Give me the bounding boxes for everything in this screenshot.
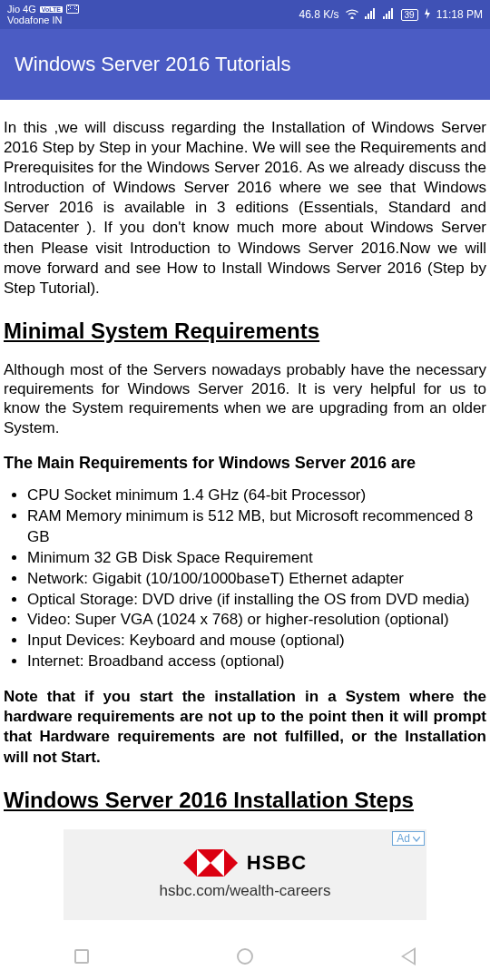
svg-rect-6 — [388, 11, 390, 19]
list-item: Network: Gigabit (10/100/1000baseT) Ethe… — [27, 569, 486, 590]
carrier-1: Jio 4G — [7, 5, 36, 15]
volte-badge: VoLTE — [40, 6, 63, 13]
list-item: Input Devices: Keyboard and mouse (optio… — [27, 631, 486, 652]
section-heading-requirements: Minimal System Requirements — [4, 318, 486, 344]
intro-paragraph: In this ,we will discuss regarding the I… — [4, 118, 486, 299]
requirements-description: Although most of the Servers nowadays pr… — [4, 360, 486, 437]
back-button[interactable] — [398, 946, 418, 966]
ad-brand: HSBC — [247, 851, 307, 875]
article-content[interactable]: In this ,we will discuss regarding the I… — [0, 100, 490, 933]
svg-rect-5 — [386, 14, 387, 19]
app-title: Windows Server 2016 Tutorials — [15, 53, 290, 76]
svg-rect-0 — [365, 16, 367, 19]
svg-marker-10 — [224, 849, 238, 877]
ad-label-text: Ad — [397, 832, 410, 845]
svg-rect-2 — [370, 11, 372, 19]
svg-rect-3 — [373, 8, 375, 19]
status-left: Jio 4G VoLTE Vodafone IN — [7, 5, 79, 25]
signal-2-icon — [383, 8, 396, 22]
navigation-bar — [0, 933, 490, 980]
list-item: Internet: Broadband access (optional) — [27, 652, 486, 672]
sub-heading-main-requirements: The Main Requirements for Windows Server… — [4, 454, 486, 473]
ad-brand-row: HSBC — [183, 849, 307, 877]
app-bar: Windows Server 2016 Tutorials — [0, 29, 490, 100]
mail-icon — [66, 5, 79, 14]
battery-icon: 39 — [401, 9, 418, 21]
svg-rect-1 — [368, 14, 369, 19]
svg-marker-9 — [183, 849, 197, 877]
ad-subtext: hsbc.com/wealth-careers — [160, 882, 331, 900]
ad-label[interactable]: Ad — [392, 831, 425, 846]
clock: 11:18 PM — [436, 8, 483, 21]
status-bar: Jio 4G VoLTE Vodafone IN 46.8 K/s 39 11:… — [0, 0, 490, 29]
requirements-note: Note that if you start the installation … — [4, 687, 486, 767]
signal-1-icon — [365, 8, 377, 22]
list-item: CPU Socket minimum 1.4 GHz (64-bit Proce… — [27, 485, 486, 506]
list-item: Video: Super VGA (1024 x 768) or higher-… — [27, 610, 486, 631]
charging-icon — [424, 8, 431, 22]
list-item: Minimum 32 GB Disk Space Requirement — [27, 548, 486, 569]
home-button[interactable] — [235, 946, 255, 966]
carrier-2: Vodafone IN — [7, 15, 79, 25]
recent-apps-button[interactable] — [72, 946, 92, 966]
list-item: Optical Storage: DVD drive (if installin… — [27, 590, 486, 611]
network-speed: 46.8 K/s — [299, 8, 338, 21]
list-item: RAM Memory minimum is 512 MB, but Micros… — [27, 506, 486, 548]
status-right: 46.8 K/s 39 11:18 PM — [299, 8, 483, 22]
svg-rect-4 — [383, 16, 385, 19]
hsbc-logo-icon — [183, 849, 238, 877]
chevron-down-icon — [413, 832, 420, 845]
section-heading-installation: Windows Server 2016 Installation Steps — [4, 788, 486, 813]
requirements-list: CPU Socket minimum 1.4 GHz (64-bit Proce… — [4, 485, 486, 672]
svg-rect-7 — [391, 8, 393, 19]
wifi-icon — [345, 8, 359, 22]
ad-banner[interactable]: Ad HSBC hsbc.com/wealth-careers — [64, 829, 426, 920]
